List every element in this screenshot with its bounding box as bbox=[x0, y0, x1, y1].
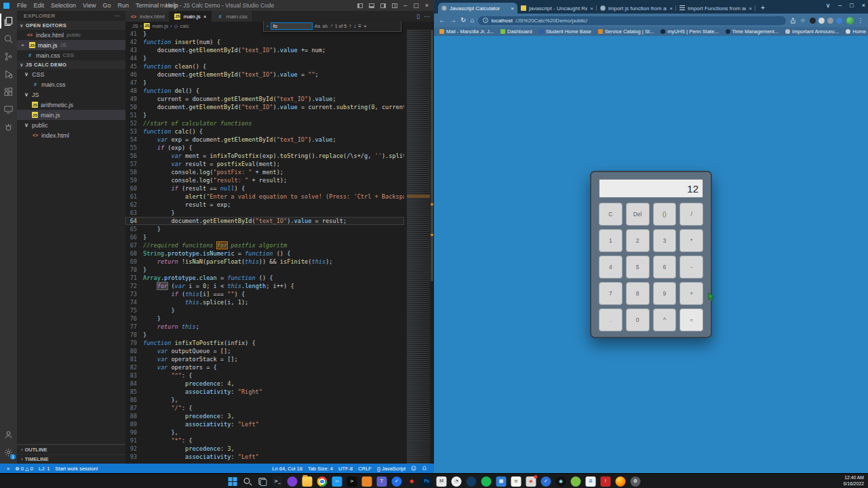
find-expand-icon[interactable]: › bbox=[267, 23, 269, 29]
breadcrumb-item-calc[interactable]: calc bbox=[180, 23, 189, 29]
calc-button-/[interactable]: / bbox=[679, 203, 703, 226]
file-main.js[interactable]: JSmain.js bbox=[17, 110, 125, 120]
search-icon[interactable] bbox=[0, 30, 17, 47]
code-line-87[interactable]: 87 "/": { bbox=[125, 404, 404, 412]
search-taskbar-icon[interactable] bbox=[243, 476, 253, 487]
console-app-icon[interactable]: > bbox=[347, 476, 357, 487]
file-index.html[interactable]: <>index.html bbox=[17, 130, 125, 140]
extension-misc-icon[interactable] bbox=[0, 118, 17, 136]
calc-button-0[interactable]: 0 bbox=[626, 308, 650, 331]
layout-icon[interactable] bbox=[392, 3, 397, 8]
profile-avatar[interactable] bbox=[846, 17, 854, 24]
reload-button[interactable]: ↻ bbox=[460, 17, 466, 24]
open-editor-main.css[interactable]: #main.cssCSS bbox=[17, 50, 125, 60]
firefox-icon[interactable] bbox=[616, 476, 626, 487]
calc-button-=[interactable]: = bbox=[679, 308, 703, 331]
status-crlf[interactable]: CRLF bbox=[355, 466, 374, 472]
status-ln[interactable]: Ln 64, Col 18 bbox=[269, 466, 305, 472]
code-line-88[interactable]: 88 precedence: 3, bbox=[125, 412, 404, 420]
code-line-80[interactable]: 80 var outputQueue = []; bbox=[125, 347, 404, 355]
design-app-icon[interactable]: ◆ bbox=[526, 476, 536, 487]
status-tab[interactable]: Tab Size: 4 bbox=[305, 466, 336, 472]
code-line-67[interactable]: 67//required funcitons for postfix algor… bbox=[125, 241, 404, 249]
menu-file[interactable]: File bbox=[14, 2, 31, 9]
code-line-84[interactable]: 84 precedence: 4, bbox=[125, 380, 404, 388]
calc-button-7[interactable]: 7 bbox=[599, 282, 623, 305]
browser-tab[interactable]: Import Functions from another f...× bbox=[676, 3, 755, 14]
code-line-44[interactable]: 44} bbox=[125, 54, 404, 62]
code-line-61[interactable]: 61 alert("Enter a valid equation to solv… bbox=[125, 192, 404, 201]
code-line-82[interactable]: 82 var operators = { bbox=[125, 363, 404, 371]
work-session[interactable]: Start work session! bbox=[52, 466, 100, 472]
home-button[interactable]: ⌂ bbox=[470, 17, 474, 24]
folder-JS[interactable]: ∨JS bbox=[17, 89, 125, 100]
code-line-64[interactable]: 64 document.getElementById("text_IO").va… bbox=[125, 217, 404, 225]
regex-icon[interactable]: .* bbox=[330, 24, 333, 28]
code-line-81[interactable]: 81 var operatorStack = []; bbox=[125, 355, 404, 363]
code-line-57[interactable]: 57 var result = postfixEval(ment); bbox=[125, 160, 404, 168]
bookmark-service-catalog-st-[interactable]: Service Catalog | St... bbox=[598, 28, 654, 35]
tab-close-icon[interactable]: × bbox=[749, 5, 752, 12]
code-line-52[interactable]: 52//start of calculator functions bbox=[125, 119, 404, 127]
account-icon[interactable] bbox=[0, 426, 17, 443]
file-explorer-icon[interactable] bbox=[302, 476, 313, 487]
calc-button-+[interactable]: + bbox=[679, 282, 703, 305]
timeline-section[interactable]: ›TIMELINE bbox=[17, 454, 125, 464]
minimize-button[interactable]: – bbox=[403, 3, 407, 9]
menu-run[interactable]: Run bbox=[114, 2, 132, 9]
toggle-sidebar-icon[interactable] bbox=[357, 3, 363, 8]
find-prev-icon[interactable]: ↑ bbox=[349, 23, 351, 29]
find-in-selection-icon[interactable]: ≡ bbox=[358, 23, 361, 29]
code-editor[interactable]: 41}42function insert(num) {43 document.g… bbox=[125, 30, 404, 464]
calc-button-1[interactable]: 1 bbox=[599, 229, 623, 252]
code-line-72[interactable]: 72 for (var i = 0; i < this.length; i++)… bbox=[125, 282, 404, 290]
tab-close-icon[interactable]: × bbox=[590, 5, 593, 12]
alert-app-icon[interactable]: ! bbox=[601, 476, 611, 487]
breadcrumb-item-main.js[interactable]: main.js bbox=[152, 23, 168, 29]
navy-app-icon[interactable] bbox=[467, 476, 477, 487]
calculator-app-icon[interactable]: ▦ bbox=[496, 476, 507, 487]
code-line-43[interactable]: 43 document.getElementById("text_IO").va… bbox=[125, 46, 404, 54]
code-line-77[interactable]: 77 return this; bbox=[125, 323, 404, 331]
bookmark-star-icon[interactable]: ☆ bbox=[800, 17, 806, 24]
run-debug-icon[interactable] bbox=[0, 65, 17, 83]
code-line-46[interactable]: 46 document.getElementById("text_IO").va… bbox=[125, 70, 404, 79]
code-line-50[interactable]: 50 document.getElementById("text_IO").va… bbox=[125, 103, 404, 111]
editor-more-icon[interactable]: ⋯ bbox=[424, 13, 430, 20]
code-line-54[interactable]: 54 var exp = document.getElementById("te… bbox=[125, 136, 404, 144]
source-control-icon[interactable] bbox=[0, 47, 17, 65]
find-close-icon[interactable]: × bbox=[363, 23, 367, 29]
browser-tab[interactable]: import js function from another f...× bbox=[597, 3, 676, 14]
menu-go[interactable]: Go bbox=[99, 2, 114, 9]
back-button[interactable]: ← bbox=[439, 17, 446, 24]
calc-button-*[interactable]: * bbox=[679, 229, 703, 252]
split-editor-icon[interactable]: ▯ bbox=[416, 13, 420, 20]
file-main.css[interactable]: #main.css bbox=[17, 79, 125, 89]
extension-icon-1[interactable] bbox=[810, 18, 816, 24]
close-button[interactable]: × bbox=[862, 2, 865, 9]
calc-button-5[interactable]: 5 bbox=[626, 256, 650, 279]
calc-button--[interactable]: - bbox=[679, 256, 703, 279]
dark-app-icon[interactable]: ◉ bbox=[556, 476, 566, 487]
code-line-73[interactable]: 73 if (this[i] === "") { bbox=[125, 290, 404, 298]
browser-menu-icon[interactable]: ⋮ bbox=[858, 17, 864, 24]
status-[interactable]: {} JavaScript bbox=[374, 466, 408, 472]
code-line-83[interactable]: 83 "^": { bbox=[125, 371, 404, 380]
extensions-icon[interactable] bbox=[0, 83, 17, 100]
remote-indicator[interactable]: × bbox=[4, 466, 12, 472]
code-line-93[interactable]: 93 associativity: "Left" bbox=[125, 453, 404, 461]
teams-icon[interactable]: T bbox=[377, 476, 387, 487]
bookmark-dashboard[interactable]: Dashboard bbox=[500, 28, 532, 35]
calculator-display[interactable]: 12 bbox=[599, 179, 703, 198]
problems[interactable]: ⊗ 0 △ 0 bbox=[12, 466, 36, 472]
calc-button-C[interactable]: C bbox=[599, 203, 623, 226]
code-line-92[interactable]: 92 precedence: 3, bbox=[125, 445, 404, 453]
code-line-62[interactable]: 62 result = exp; bbox=[125, 201, 404, 209]
file-arithmetic.js[interactable]: JSarithmetic.js bbox=[17, 100, 125, 110]
bookmark-mail-mancilla-jr-j-[interactable]: Mail - Mancilla Jr, J... bbox=[439, 28, 494, 35]
code-line-71[interactable]: 71Array.prototype.clean = function () { bbox=[125, 274, 404, 282]
close-tab-icon[interactable]: × bbox=[203, 14, 207, 20]
code-line-75[interactable]: 75 } bbox=[125, 306, 404, 314]
calc-button-.[interactable]: . bbox=[599, 308, 623, 331]
photoshop-icon[interactable]: Ps bbox=[422, 476, 432, 487]
